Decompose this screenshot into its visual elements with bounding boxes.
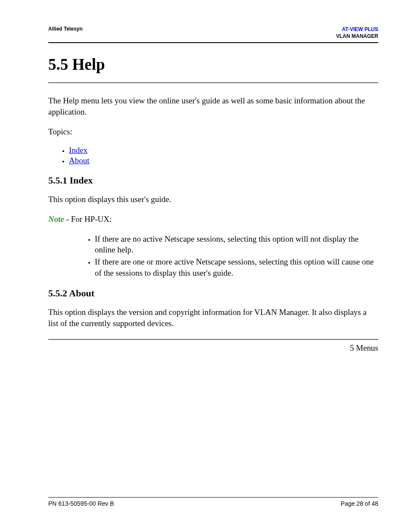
chapter-foot: 5 Menus xyxy=(48,343,378,353)
subsection-about-body: This option displays the version and cop… xyxy=(48,307,378,329)
note-label: Note xyxy=(48,215,64,224)
hpux-bullet-2: If there are one or more active Netscape… xyxy=(95,256,378,278)
subsection-index-title: 5.5.1 Index xyxy=(48,175,378,186)
footer-left: PN 613-50595-00 Rev B xyxy=(48,500,114,507)
subsection-index-body: This option displays this user's guide. xyxy=(48,194,378,205)
link-about[interactable]: About xyxy=(69,156,90,165)
header-product-line2: VLAN MANAGER xyxy=(336,33,378,40)
section-intro: The Help menu lets you view the online u… xyxy=(48,95,378,117)
hpux-bullet-1: If there are no active Netscape sessions… xyxy=(95,233,378,255)
header-left: Allied Telesyn xyxy=(48,26,83,32)
subsection-about-title: 5.5.2 About xyxy=(48,288,378,299)
topic-item-index: Index xyxy=(69,146,378,155)
divider-bottom xyxy=(48,339,378,340)
topic-item-about: About xyxy=(69,156,378,165)
header-product-line1: AT-VIEW PLUS xyxy=(336,26,378,33)
topics-list: Index About xyxy=(48,146,378,165)
link-index[interactable]: Index xyxy=(69,146,87,155)
footer-right: Page 28 of 48 xyxy=(341,500,378,507)
hpux-bullets: If there are no active Netscape sessions… xyxy=(48,233,378,279)
page-header: Allied Telesyn AT-VIEW PLUS VLAN MANAGER xyxy=(48,26,378,43)
note-rest: - For HP-UX: xyxy=(64,215,112,224)
topics-label: Topics: xyxy=(48,126,378,137)
section-title: 5.5 Help xyxy=(48,55,378,74)
page-footer: PN 613-50595-00 Rev B Page 28 of 48 xyxy=(48,497,378,507)
note-line: Note - For HP-UX: xyxy=(48,214,378,225)
divider xyxy=(48,82,378,83)
header-right: AT-VIEW PLUS VLAN MANAGER xyxy=(336,26,378,40)
